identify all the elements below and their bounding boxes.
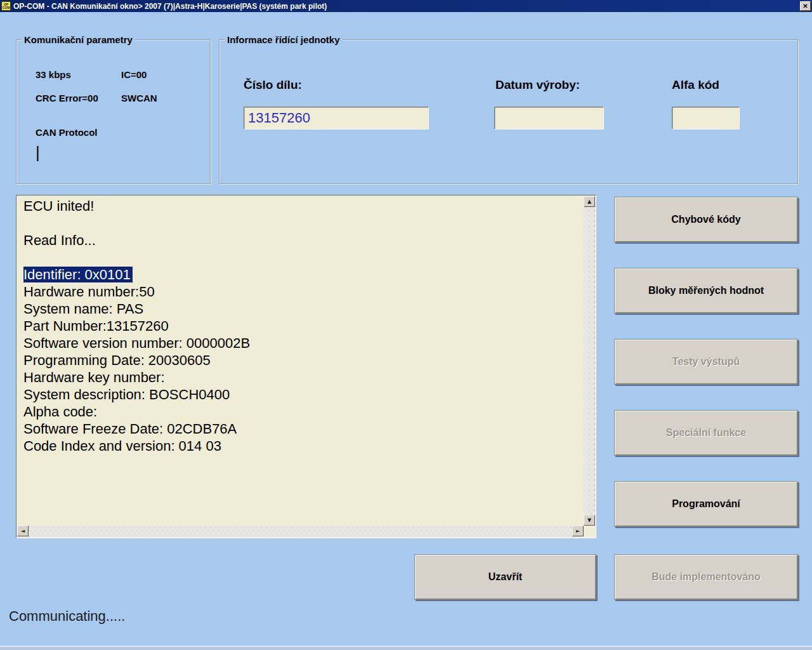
close-button[interactable]: ✕ [800,1,811,11]
scroll-down-icon: ▼ [587,517,591,523]
titlebar: OP COM OP-COM - CAN Komunikační okno> 20… [0,0,812,12]
log-line[interactable]: Hardware key number: [23,369,584,386]
comm-params-title: Komunikační parametry [22,34,135,45]
app-icon-text-bottom: COM [3,6,10,10]
production-date-field[interactable] [494,107,604,129]
horizontal-scroll-track[interactable] [29,526,572,537]
text-cursor: | [36,143,40,162]
log-line[interactable]: Software version number: 0000002B [23,335,584,352]
part-number-label: Číslo dílu: [244,78,302,92]
bus-type-value: SWCAN [121,93,157,103]
protocol-label: CAN Protocol [36,127,98,138]
log-textbox[interactable]: ECU inited! Read Info... Identifier: 0x0… [16,195,596,538]
log-line[interactable] [23,249,584,266]
scroll-left-button[interactable]: ◄ [17,526,29,536]
scroll-left-icon: ◄ [21,528,25,534]
opcom-window: OP COM OP-COM - CAN Komunikační okno> 20… [0,0,812,650]
fault-codes-button[interactable]: Chybové kódy [614,197,798,242]
programming-button[interactable]: Programování [614,481,798,527]
log-line[interactable]: System name: PAS [23,300,584,317]
function-buttons-column: Chybové kódyBloky měřených hodnotTesty v… [614,197,798,527]
log-line[interactable]: System description: BOSCH0400 [23,386,584,403]
window-title: OP-COM - CAN Komunikační okno> 2007 (7)|… [13,2,327,11]
ic-value: IC=00 [121,69,147,80]
close-window-button[interactable]: Uzavřít [414,554,596,600]
alpha-code-label: Alfa kód [672,78,719,92]
vertical-scrollbar[interactable]: ▲ ▼ [584,196,595,526]
vertical-scroll-track[interactable] [584,207,595,515]
log-line[interactable]: ECU inited! [23,197,584,215]
status-text: Communicating..... [9,608,125,625]
production-date-label: Datum výroby: [495,78,580,92]
log-line[interactable]: Read Info... [23,232,584,249]
log-line[interactable]: Alpha code: [23,403,584,420]
alpha-code-field[interactable] [672,107,740,129]
log-line[interactable]: Software Freeze Date: 02CDB76A [23,420,584,437]
scroll-down-button[interactable]: ▼ [584,515,595,526]
scroll-right-button[interactable]: ► [572,526,584,536]
scroll-up-icon: ▲ [587,199,591,204]
log-line[interactable]: Programming Date: 20030605 [23,352,584,369]
bus-speed-value: 33 kbps [36,69,71,80]
part-number-field[interactable] [244,107,429,129]
log-content: ECU inited! Read Info... Identifier: 0x0… [17,196,584,526]
scroll-right-icon: ► [576,528,580,534]
scroll-up-button[interactable]: ▲ [584,196,595,207]
special-functions-button[interactable]: Speciální funkce [614,410,798,456]
ecu-info-title: Informace řídící jednotky [225,34,343,45]
window-bottom-edge [0,646,812,650]
log-line[interactable]: Identifier: 0x0101 [23,266,584,283]
ecu-info-group: Informace řídící jednotky Číslo dílu: Da… [219,39,798,184]
close-icon: ✕ [802,3,808,10]
log-line[interactable] [23,215,584,232]
measured-values-button[interactable]: Bloky měřených hodnot [614,268,798,314]
opcom-app-icon: OP COM [1,1,11,11]
comm-params-group: Komunikační parametry 33 kbps IC=00 CRC … [16,39,211,184]
horizontal-scrollbar[interactable]: ◄ ► [17,526,584,537]
log-line[interactable]: Hardware number:50 [23,283,584,300]
selected-log-line: Identifier: 0x0101 [23,267,133,282]
crc-error-value: CRC Error=00 [36,93,98,103]
log-line[interactable]: Code Index and version: 014 03 [23,437,584,454]
log-line[interactable]: Part Number:13157260 [23,317,584,335]
will-be-implemented-button[interactable]: Bude implementováno [614,554,798,600]
output-tests-button[interactable]: Testy výstupů [614,339,798,385]
